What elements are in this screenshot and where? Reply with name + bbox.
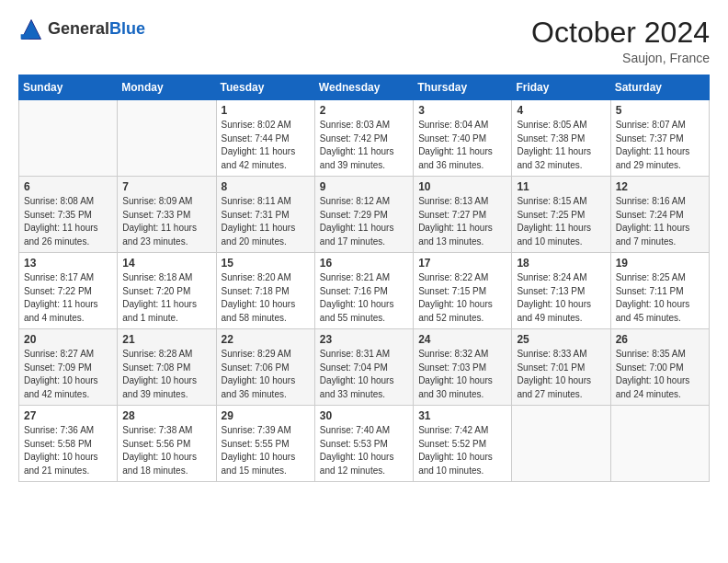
calendar-week-row: 27Sunrise: 7:36 AMSunset: 5:58 PMDayligh…: [19, 406, 710, 482]
col-thursday: Thursday: [414, 75, 512, 100]
day-number: 20: [24, 333, 112, 346]
day-info: Sunrise: 8:20 AMSunset: 7:18 PMDaylight:…: [222, 271, 310, 325]
day-number: 11: [517, 180, 605, 193]
svg-rect-2: [21, 34, 29, 39]
day-info: Sunrise: 8:32 AMSunset: 7:03 PMDaylight:…: [418, 348, 506, 401]
day-number: 9: [320, 180, 408, 193]
day-number: 23: [320, 333, 408, 346]
day-info: Sunrise: 7:42 AMSunset: 5:52 PMDaylight:…: [418, 424, 506, 477]
table-row: 21Sunrise: 8:28 AMSunset: 7:08 PMDayligh…: [118, 329, 216, 406]
day-number: 3: [418, 104, 506, 117]
col-sunday: Sunday: [19, 75, 118, 100]
table-row: 17Sunrise: 8:22 AMSunset: 7:15 PMDayligh…: [414, 253, 512, 329]
day-info: Sunrise: 8:17 AMSunset: 7:22 PMDaylight:…: [24, 271, 112, 325]
day-info: Sunrise: 8:07 AMSunset: 7:37 PMDaylight:…: [616, 119, 704, 172]
header: GeneralBlue October 2024 Saujon, France: [18, 17, 710, 65]
day-info: Sunrise: 8:33 AMSunset: 7:01 PMDaylight:…: [517, 348, 605, 401]
day-number: 14: [122, 257, 210, 270]
table-row: 8Sunrise: 8:11 AMSunset: 7:31 PMDaylight…: [216, 177, 314, 253]
logo-icon: [18, 17, 44, 42]
col-wednesday: Wednesday: [314, 75, 413, 100]
day-info: Sunrise: 8:05 AMSunset: 7:38 PMDaylight:…: [517, 119, 605, 172]
table-row: 26Sunrise: 8:35 AMSunset: 7:00 PMDayligh…: [610, 329, 709, 406]
day-info: Sunrise: 8:16 AMSunset: 7:24 PMDaylight:…: [616, 195, 704, 248]
day-number: 2: [320, 104, 408, 117]
table-row: 16Sunrise: 8:21 AMSunset: 7:16 PMDayligh…: [314, 253, 413, 329]
table-row: 19Sunrise: 8:25 AMSunset: 7:11 PMDayligh…: [610, 253, 709, 329]
day-info: Sunrise: 8:21 AMSunset: 7:16 PMDaylight:…: [320, 271, 408, 325]
day-number: 18: [517, 257, 605, 270]
table-row: 1Sunrise: 8:02 AMSunset: 7:44 PMDaylight…: [216, 100, 314, 177]
month-title: October 2024: [531, 17, 710, 49]
table-row: 3Sunrise: 8:04 AMSunset: 7:40 PMDaylight…: [414, 100, 512, 177]
day-info: Sunrise: 8:15 AMSunset: 7:25 PMDaylight:…: [517, 195, 605, 248]
day-info: Sunrise: 8:03 AMSunset: 7:42 PMDaylight:…: [320, 119, 408, 172]
table-row: 13Sunrise: 8:17 AMSunset: 7:22 PMDayligh…: [19, 253, 118, 329]
col-monday: Monday: [118, 75, 216, 100]
day-info: Sunrise: 8:13 AMSunset: 7:27 PMDaylight:…: [418, 195, 506, 248]
col-tuesday: Tuesday: [216, 75, 314, 100]
day-info: Sunrise: 8:27 AMSunset: 7:09 PMDaylight:…: [24, 348, 112, 401]
day-info: Sunrise: 8:09 AMSunset: 7:33 PMDaylight:…: [122, 195, 210, 248]
table-row: 27Sunrise: 7:36 AMSunset: 5:58 PMDayligh…: [19, 406, 118, 482]
day-number: 24: [418, 333, 506, 346]
logo: GeneralBlue: [18, 17, 145, 42]
table-row: 31Sunrise: 7:42 AMSunset: 5:52 PMDayligh…: [414, 406, 512, 482]
table-row: 10Sunrise: 8:13 AMSunset: 7:27 PMDayligh…: [414, 177, 512, 253]
table-row: 15Sunrise: 8:20 AMSunset: 7:18 PMDayligh…: [216, 253, 314, 329]
location: Saujon, France: [531, 51, 710, 65]
day-info: Sunrise: 7:38 AMSunset: 5:56 PMDaylight:…: [122, 424, 210, 477]
day-number: 26: [616, 333, 704, 346]
day-number: 15: [222, 257, 310, 270]
day-number: 25: [517, 333, 605, 346]
day-info: Sunrise: 8:24 AMSunset: 7:13 PMDaylight:…: [517, 271, 605, 325]
day-number: 17: [418, 257, 506, 270]
day-info: Sunrise: 8:31 AMSunset: 7:04 PMDaylight:…: [320, 348, 408, 401]
day-info: Sunrise: 8:04 AMSunset: 7:40 PMDaylight:…: [418, 119, 506, 172]
title-block: October 2024 Saujon, France: [531, 17, 710, 65]
day-number: 5: [616, 104, 704, 117]
logo-text: GeneralBlue: [48, 20, 145, 39]
table-row: 14Sunrise: 8:18 AMSunset: 7:20 PMDayligh…: [118, 253, 216, 329]
table-row: [118, 100, 216, 177]
table-row: 4Sunrise: 8:05 AMSunset: 7:38 PMDaylight…: [512, 100, 610, 177]
logo-general-text: General: [48, 19, 109, 38]
table-row: 12Sunrise: 8:16 AMSunset: 7:24 PMDayligh…: [610, 177, 709, 253]
day-info: Sunrise: 8:02 AMSunset: 7:44 PMDaylight:…: [222, 119, 310, 172]
day-info: Sunrise: 7:40 AMSunset: 5:53 PMDaylight:…: [320, 424, 408, 477]
table-row: 5Sunrise: 8:07 AMSunset: 7:37 PMDaylight…: [610, 100, 709, 177]
table-row: 28Sunrise: 7:38 AMSunset: 5:56 PMDayligh…: [118, 406, 216, 482]
table-row: 11Sunrise: 8:15 AMSunset: 7:25 PMDayligh…: [512, 177, 610, 253]
day-number: 31: [418, 409, 506, 422]
day-number: 19: [616, 257, 704, 270]
table-row: 24Sunrise: 8:32 AMSunset: 7:03 PMDayligh…: [414, 329, 512, 406]
day-number: 30: [320, 409, 408, 422]
table-row: 6Sunrise: 8:08 AMSunset: 7:35 PMDaylight…: [19, 177, 118, 253]
table-row: 29Sunrise: 7:39 AMSunset: 5:55 PMDayligh…: [216, 406, 314, 482]
table-row: 30Sunrise: 7:40 AMSunset: 5:53 PMDayligh…: [314, 406, 413, 482]
day-info: Sunrise: 7:36 AMSunset: 5:58 PMDaylight:…: [24, 424, 112, 477]
calendar-table: Sunday Monday Tuesday Wednesday Thursday…: [18, 75, 710, 482]
calendar-week-row: 6Sunrise: 8:08 AMSunset: 7:35 PMDaylight…: [19, 177, 710, 253]
day-info: Sunrise: 8:22 AMSunset: 7:15 PMDaylight:…: [418, 271, 506, 325]
calendar-header-row: Sunday Monday Tuesday Wednesday Thursday…: [19, 75, 710, 100]
day-info: Sunrise: 8:28 AMSunset: 7:08 PMDaylight:…: [122, 348, 210, 401]
day-number: 6: [24, 180, 112, 193]
day-info: Sunrise: 8:25 AMSunset: 7:11 PMDaylight:…: [616, 271, 704, 325]
table-row: 20Sunrise: 8:27 AMSunset: 7:09 PMDayligh…: [19, 329, 118, 406]
day-number: 21: [122, 333, 210, 346]
day-number: 7: [122, 180, 210, 193]
day-number: 29: [222, 409, 310, 422]
day-info: Sunrise: 8:12 AMSunset: 7:29 PMDaylight:…: [320, 195, 408, 248]
day-number: 28: [122, 409, 210, 422]
day-info: Sunrise: 8:29 AMSunset: 7:06 PMDaylight:…: [222, 348, 310, 401]
day-number: 12: [616, 180, 704, 193]
table-row: [19, 100, 118, 177]
table-row: [610, 406, 709, 482]
calendar-week-row: 20Sunrise: 8:27 AMSunset: 7:09 PMDayligh…: [19, 329, 710, 406]
logo-blue-text: Blue: [109, 19, 145, 38]
table-row: [512, 406, 610, 482]
page: GeneralBlue October 2024 Saujon, France …: [0, 0, 728, 563]
day-number: 8: [222, 180, 310, 193]
day-number: 13: [24, 257, 112, 270]
